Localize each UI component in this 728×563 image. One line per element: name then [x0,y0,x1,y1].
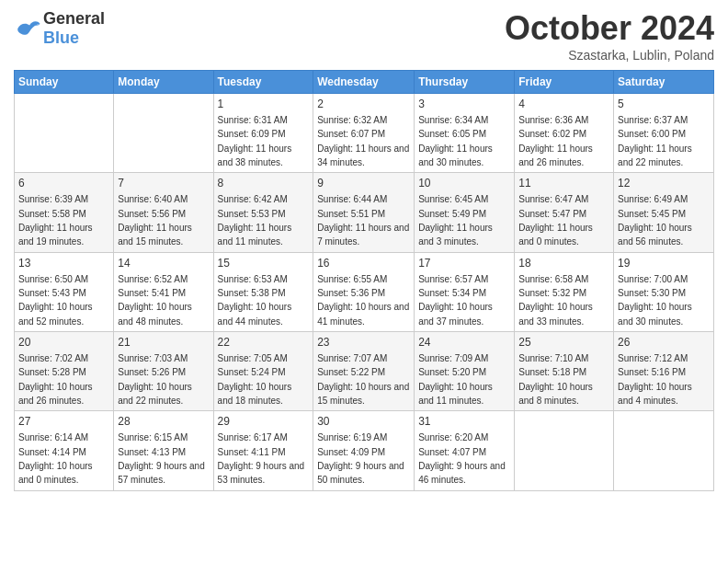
day-number: 31 [418,414,510,430]
day-cell: 16Sunrise: 6:55 AMSunset: 5:36 PMDayligh… [313,252,415,331]
day-info: Sunrise: 7:10 AMSunset: 5:18 PMDaylight:… [518,353,593,406]
day-number: 25 [518,335,609,350]
header: General Blue October 2024 Szastarka, Lub… [14,9,714,63]
day-info: Sunrise: 6:31 AMSunset: 6:09 PMDaylight:… [218,115,292,167]
day-number: 24 [418,335,510,350]
week-row-2: 13Sunrise: 6:50 AMSunset: 5:43 PMDayligh… [15,252,714,331]
calendar-table: Sunday Monday Tuesday Wednesday Thursday… [14,70,714,491]
day-info: Sunrise: 6:37 AMSunset: 6:00 PMDaylight:… [618,115,692,167]
day-cell: 5Sunrise: 6:37 AMSunset: 6:00 PMDaylight… [614,94,714,173]
logo-text: General Blue [43,9,105,48]
day-number: 1 [218,97,310,112]
day-cell: 25Sunrise: 7:10 AMSunset: 5:18 PMDayligh… [515,332,614,411]
day-cell: 11Sunrise: 6:47 AMSunset: 5:47 PMDayligh… [515,173,614,252]
day-number: 9 [317,176,410,191]
day-info: Sunrise: 6:55 AMSunset: 5:36 PMDaylight:… [317,274,409,327]
day-number: 16 [317,256,410,271]
day-cell: 4Sunrise: 6:36 AMSunset: 6:02 PMDaylight… [515,94,614,173]
day-cell: 3Sunrise: 6:34 AMSunset: 6:05 PMDaylight… [415,94,515,173]
day-number: 28 [118,414,209,430]
day-info: Sunrise: 6:17 AMSunset: 4:11 PMDaylight:… [218,432,305,485]
day-info: Sunrise: 7:09 AMSunset: 5:20 PMDaylight:… [418,353,493,406]
day-number: 2 [317,97,410,112]
day-info: Sunrise: 6:57 AMSunset: 5:34 PMDaylight:… [418,274,493,327]
day-info: Sunrise: 7:00 AMSunset: 5:30 PMDaylight:… [618,274,692,327]
day-number: 22 [218,335,310,350]
day-cell: 29Sunrise: 6:17 AMSunset: 4:11 PMDayligh… [213,411,313,490]
logo-general: General [43,9,105,28]
day-cell: 28Sunrise: 6:15 AMSunset: 4:13 PMDayligh… [114,411,213,490]
day-info: Sunrise: 7:05 AMSunset: 5:24 PMDaylight:… [218,353,292,406]
week-row-0: 1Sunrise: 6:31 AMSunset: 6:09 PMDaylight… [15,94,714,173]
header-tuesday: Tuesday [213,71,313,94]
day-cell: 23Sunrise: 7:07 AMSunset: 5:22 PMDayligh… [313,332,415,411]
day-number: 15 [218,256,310,271]
week-row-4: 27Sunrise: 6:14 AMSunset: 4:14 PMDayligh… [15,411,714,490]
day-info: Sunrise: 6:19 AMSunset: 4:09 PMDaylight:… [317,432,404,485]
day-number: 18 [518,256,609,271]
day-cell: 1Sunrise: 6:31 AMSunset: 6:09 PMDaylight… [213,94,313,173]
day-cell: 2Sunrise: 6:32 AMSunset: 6:07 PMDaylight… [313,94,415,173]
day-info: Sunrise: 6:53 AMSunset: 5:38 PMDaylight:… [218,274,292,327]
day-info: Sunrise: 6:39 AMSunset: 5:58 PMDaylight:… [18,194,93,247]
day-cell: 26Sunrise: 7:12 AMSunset: 5:16 PMDayligh… [614,332,714,411]
day-number: 4 [518,97,609,112]
day-number: 21 [118,335,209,350]
header-wednesday: Wednesday [313,71,415,94]
day-info: Sunrise: 6:36 AMSunset: 6:02 PMDaylight:… [518,115,593,167]
day-cell: 10Sunrise: 6:45 AMSunset: 5:49 PMDayligh… [415,173,515,252]
day-info: Sunrise: 6:52 AMSunset: 5:41 PMDaylight:… [118,274,192,327]
day-info: Sunrise: 7:03 AMSunset: 5:26 PMDaylight:… [118,353,192,406]
header-thursday: Thursday [415,71,515,94]
day-cell: 13Sunrise: 6:50 AMSunset: 5:43 PMDayligh… [15,252,114,331]
day-cell: 31Sunrise: 6:20 AMSunset: 4:07 PMDayligh… [415,411,515,490]
day-cell: 21Sunrise: 7:03 AMSunset: 5:26 PMDayligh… [114,332,213,411]
logo-icon [14,17,41,40]
day-info: Sunrise: 7:07 AMSunset: 5:22 PMDaylight:… [317,353,409,406]
day-number: 10 [418,176,510,191]
days-header-row: Sunday Monday Tuesday Wednesday Thursday… [15,71,714,94]
day-cell: 18Sunrise: 6:58 AMSunset: 5:32 PMDayligh… [515,252,614,331]
day-cell: 12Sunrise: 6:49 AMSunset: 5:45 PMDayligh… [614,173,714,252]
day-cell: 6Sunrise: 6:39 AMSunset: 5:58 PMDaylight… [15,173,114,252]
week-row-3: 20Sunrise: 7:02 AMSunset: 5:28 PMDayligh… [15,332,714,411]
day-cell: 8Sunrise: 6:42 AMSunset: 5:53 PMDaylight… [213,173,313,252]
day-info: Sunrise: 6:40 AMSunset: 5:56 PMDaylight:… [118,194,192,247]
day-number: 17 [418,256,510,271]
day-number: 19 [618,256,710,271]
month-year: October 2024 [505,9,714,48]
day-cell: 9Sunrise: 6:44 AMSunset: 5:51 PMDaylight… [313,173,415,252]
day-info: Sunrise: 6:20 AMSunset: 4:07 PMDaylight:… [418,432,506,485]
day-info: Sunrise: 6:45 AMSunset: 5:49 PMDaylight:… [418,194,493,247]
day-number: 3 [418,97,510,112]
day-cell: 30Sunrise: 6:19 AMSunset: 4:09 PMDayligh… [313,411,415,490]
day-cell [114,94,213,173]
day-cell: 24Sunrise: 7:09 AMSunset: 5:20 PMDayligh… [415,332,515,411]
day-info: Sunrise: 6:14 AMSunset: 4:14 PMDaylight:… [18,432,93,485]
location: Szastarka, Lublin, Poland [505,48,714,63]
logo: General Blue [14,9,105,48]
header-friday: Friday [515,71,614,94]
day-number: 6 [18,176,109,191]
day-info: Sunrise: 6:32 AMSunset: 6:07 PMDaylight:… [317,115,409,167]
day-info: Sunrise: 7:12 AMSunset: 5:16 PMDaylight:… [618,353,692,406]
day-info: Sunrise: 6:50 AMSunset: 5:43 PMDaylight:… [18,274,93,327]
header-sunday: Sunday [15,71,114,94]
day-number: 5 [618,97,710,112]
day-number: 14 [118,256,209,271]
day-number: 27 [18,414,109,430]
day-number: 12 [618,176,710,191]
day-info: Sunrise: 6:15 AMSunset: 4:13 PMDaylight:… [118,432,205,485]
day-cell: 14Sunrise: 6:52 AMSunset: 5:41 PMDayligh… [114,252,213,331]
day-number: 20 [18,335,109,350]
day-number: 26 [618,335,710,350]
day-cell [614,411,714,490]
day-number: 30 [317,414,410,430]
header-monday: Monday [114,71,213,94]
header-saturday: Saturday [614,71,714,94]
day-cell: 15Sunrise: 6:53 AMSunset: 5:38 PMDayligh… [213,252,313,331]
logo-blue: Blue [43,29,79,47]
day-cell: 27Sunrise: 6:14 AMSunset: 4:14 PMDayligh… [15,411,114,490]
day-info: Sunrise: 6:47 AMSunset: 5:47 PMDaylight:… [518,194,593,247]
day-cell [15,94,114,173]
